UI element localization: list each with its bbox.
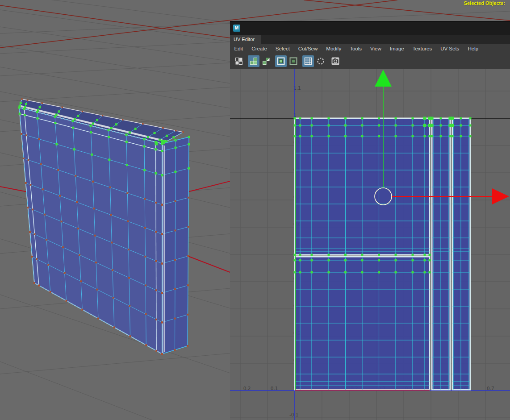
- uv-canvas[interactable]: 1.110.90.80.70.60.50.40.30.20.10-0.1-0.2…: [230, 69, 510, 420]
- menu-edit[interactable]: Edit: [230, 46, 247, 51]
- toolbar-button-uv-snapshot[interactable]: [330, 55, 341, 67]
- toolbar-button-pixel-snap[interactable]: [315, 55, 326, 67]
- toolbar-button-uv-distortion[interactable]: [260, 55, 272, 67]
- menu-select[interactable]: Select: [271, 46, 294, 51]
- border-square-dim-icon: [289, 57, 297, 65]
- split-shell-icon: [262, 57, 270, 65]
- toolbar-button-layout-quadrants[interactable]: [233, 55, 245, 67]
- uv-editor-window: M UV Editor EditCreateSelectCut/SewModif…: [230, 21, 510, 420]
- menu-image[interactable]: Image: [385, 46, 408, 51]
- menu-help[interactable]: Help: [464, 46, 483, 51]
- grid-icon: [304, 57, 312, 65]
- dashed-circle-icon: [317, 57, 325, 65]
- maya-screen: Selected Objects: M UV Editor EditCreate…: [0, 0, 510, 420]
- uv-editor-menubar: EditCreateSelectCut/SewModifyToolsViewIm…: [230, 44, 510, 53]
- toolbar-button-pixel-grid[interactable]: [302, 55, 314, 67]
- uv-editor-toolbar: [230, 53, 510, 69]
- menu-textures[interactable]: Textures: [408, 46, 436, 51]
- menu-cut-sew[interactable]: Cut/Sew: [294, 46, 322, 51]
- menu-modify[interactable]: Modify: [322, 46, 346, 51]
- window-titlebar[interactable]: M: [230, 21, 510, 35]
- toolbar-button-texture-borders-off[interactable]: [288, 55, 299, 67]
- border-square-icon: [277, 57, 285, 65]
- uv-shells[interactable]: [295, 118, 470, 390]
- menu-uv-sets[interactable]: UV Sets: [436, 46, 464, 51]
- camera-icon: [331, 57, 339, 65]
- menu-tools[interactable]: Tools: [346, 46, 366, 51]
- green-shells-icon: [250, 57, 258, 65]
- tab-uv-editor[interactable]: UV Editor: [230, 35, 261, 44]
- tab-strip: UV Editor: [230, 35, 510, 44]
- v-tick-label: -0.1: [289, 412, 299, 417]
- menu-create[interactable]: Create: [247, 46, 272, 51]
- toolbar-button-texture-borders-on[interactable]: [275, 55, 287, 67]
- menu-view[interactable]: View: [366, 46, 386, 51]
- uv-canvas-area[interactable]: 1.110.90.80.70.60.50.40.30.20.10-0.1-0.2…: [230, 69, 510, 420]
- toolbar-button-shaded-uv-shells[interactable]: [248, 55, 259, 67]
- maya-app-icon: M: [233, 25, 240, 32]
- hud-selected-objects: Selected Objects:: [464, 0, 505, 6]
- quadrant-checker-icon: [235, 57, 243, 65]
